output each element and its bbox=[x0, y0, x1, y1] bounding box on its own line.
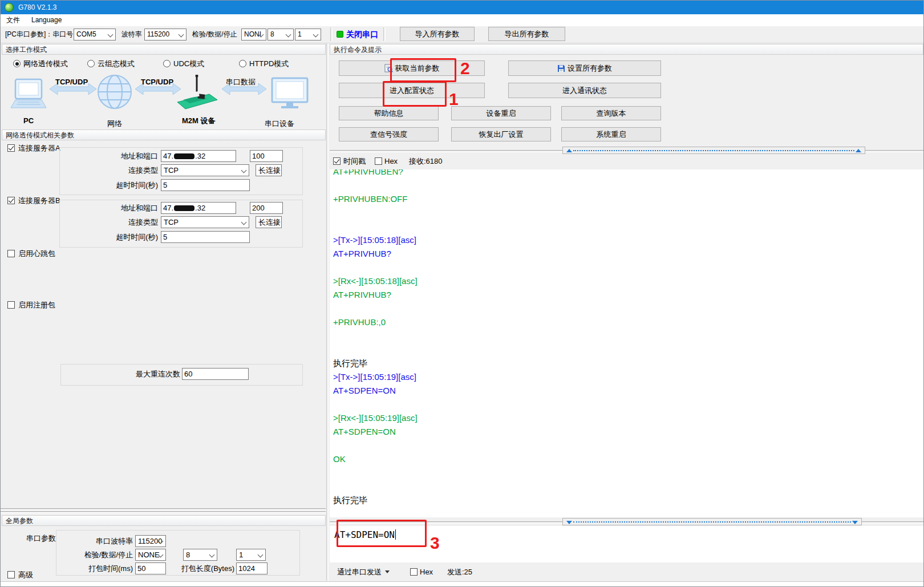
enter-comm-button[interactable]: 进入通讯状态 bbox=[508, 83, 661, 98]
log-line bbox=[333, 343, 924, 357]
server-a-keepalive-select[interactable]: 长连接 bbox=[256, 164, 282, 176]
log-line bbox=[333, 439, 924, 452]
log-line: 执行完毕 bbox=[333, 493, 924, 507]
heartbeat-checkbox[interactable] bbox=[7, 250, 15, 257]
redaction-mark bbox=[174, 205, 194, 211]
server-b-type-select[interactable]: TCP bbox=[161, 216, 249, 228]
log-line bbox=[333, 206, 924, 220]
parity-data-stop-label: 检验/数据/停止 bbox=[192, 29, 237, 41]
collapse-down-icon bbox=[852, 521, 858, 524]
floppy-save-icon bbox=[557, 64, 565, 72]
server-a-type-label: 连接类型 bbox=[101, 164, 158, 176]
server-a-checkbox[interactable] bbox=[7, 144, 15, 152]
system-restart-button[interactable]: 系统重启 bbox=[561, 127, 661, 141]
server-a-port-input[interactable]: 100 bbox=[250, 150, 283, 162]
pack-len-input[interactable]: 1024 bbox=[236, 562, 268, 574]
annotation-number-2: 2 bbox=[460, 60, 470, 77]
pack-time-input[interactable]: 50 bbox=[135, 562, 166, 574]
send-via-serial-button[interactable]: 通过串口发送 bbox=[337, 566, 390, 578]
log-splitter-handle[interactable] bbox=[562, 147, 865, 154]
reconnect-input[interactable]: 60 bbox=[182, 368, 249, 380]
log-line: AT+PRIVHUB? bbox=[333, 288, 924, 302]
com-port-select[interactable]: COM5 bbox=[74, 29, 116, 41]
radio-transparent-mode[interactable] bbox=[13, 60, 21, 67]
dropdown-arrow-icon bbox=[385, 570, 390, 573]
redaction-mark bbox=[174, 153, 194, 159]
log-line bbox=[333, 302, 924, 315]
radio-cloud-mode[interactable] bbox=[87, 60, 95, 67]
close-port-button[interactable]: 关闭串口 bbox=[346, 29, 378, 41]
heartbeat-label: 启用心跳包 bbox=[18, 248, 55, 260]
hex-display-label: Hex bbox=[384, 155, 398, 167]
export-params-button[interactable]: 导出所有参数 bbox=[488, 27, 565, 41]
timestamp-label: 时间戳 bbox=[343, 155, 366, 167]
send-splitter-handle[interactable] bbox=[562, 518, 862, 525]
serial-device-icon bbox=[272, 78, 307, 108]
global-databits-select[interactable]: 8 bbox=[183, 549, 217, 561]
help-info-button[interactable]: 帮助信息 bbox=[339, 106, 439, 120]
port-open-led-icon bbox=[337, 31, 343, 38]
node-serial-label: 串口设备 bbox=[265, 118, 294, 129]
hex-display-checkbox[interactable] bbox=[375, 157, 382, 165]
server-b-addr-label: 地址和端口 bbox=[101, 202, 158, 214]
radio-httpd-mode[interactable] bbox=[239, 60, 246, 67]
server-b-keepalive-select[interactable]: 长连接 bbox=[256, 216, 282, 228]
radio-udc-mode[interactable] bbox=[163, 60, 171, 67]
log-output[interactable]: AT+PRIVHUBEN?+PRIVHUBEN:OFF>[Tx->][15:05… bbox=[330, 169, 924, 517]
server-a-addr-label: 地址和端口 bbox=[101, 150, 158, 162]
link2-label: TCP/UDP bbox=[141, 76, 173, 88]
reconnect-label: 最大重连次数 bbox=[75, 368, 180, 380]
advanced-checkbox[interactable] bbox=[7, 571, 15, 578]
server-b-timeout-input[interactable]: 5 bbox=[161, 231, 250, 243]
log-line bbox=[333, 179, 924, 192]
factory-reset-button[interactable]: 恢复出厂设置 bbox=[451, 127, 551, 141]
stopbits-select[interactable]: 1 bbox=[295, 29, 321, 41]
log-line bbox=[333, 261, 924, 274]
baud-select[interactable]: 115200 bbox=[144, 29, 187, 41]
parity-select[interactable]: NONI bbox=[241, 29, 266, 41]
server-b-port-input[interactable]: 200 bbox=[250, 202, 283, 214]
advanced-label: 高级 bbox=[18, 569, 33, 581]
m2m-device-icon bbox=[177, 75, 217, 109]
log-line: +PRIVHUB:,0 bbox=[333, 315, 924, 329]
databits-select[interactable]: 8 bbox=[268, 29, 294, 41]
baud-label: 波特率 bbox=[121, 29, 142, 41]
server-a-address-input[interactable]: 47..32 bbox=[161, 150, 236, 162]
left-splitter[interactable] bbox=[1, 511, 326, 513]
menu-file[interactable]: 文件 bbox=[1, 14, 26, 26]
timestamp-checkbox[interactable] bbox=[333, 157, 341, 165]
signal-strength-button[interactable]: 查信号强度 bbox=[339, 127, 439, 141]
import-params-button[interactable]: 导入所有参数 bbox=[400, 27, 475, 41]
log-line: 执行完毕 bbox=[333, 357, 924, 370]
send-hex-checkbox[interactable] bbox=[410, 568, 418, 576]
log-line: +PRIVHUBEN:OFF bbox=[333, 192, 924, 206]
server-a-timeout-label: 超时时间(秒) bbox=[95, 179, 158, 191]
log-lines: AT+PRIVHUBEN?+PRIVHUBEN:OFF>[Tx->][15:05… bbox=[330, 169, 924, 507]
log-line bbox=[333, 466, 924, 480]
device-restart-button[interactable]: 设备重启 bbox=[451, 106, 551, 120]
server-a-type-select[interactable]: TCP bbox=[161, 164, 249, 176]
collapse-up-icon bbox=[856, 149, 861, 152]
node-m2m-label: M2M 设备 bbox=[182, 115, 216, 127]
global-parity-select[interactable]: NONE bbox=[135, 549, 166, 561]
server-b-checkbox[interactable] bbox=[7, 197, 15, 204]
log-line bbox=[333, 398, 924, 411]
left-splitter[interactable] bbox=[1, 508, 326, 511]
panel-divider[interactable] bbox=[326, 43, 329, 581]
server-b-address-input[interactable]: 47..32 bbox=[161, 202, 236, 214]
server-a-timeout-input[interactable]: 5 bbox=[161, 179, 250, 191]
global-baud-select[interactable]: 115200 bbox=[135, 535, 166, 547]
menu-language[interactable]: Language bbox=[26, 14, 67, 26]
query-version-button[interactable]: 查询版本 bbox=[561, 106, 661, 120]
set-params-button[interactable]: 设置所有参数 bbox=[508, 60, 661, 76]
link1-label: TCP/UDP bbox=[55, 76, 88, 88]
node-pc-label: PC bbox=[23, 115, 34, 127]
register-label: 启用注册包 bbox=[18, 299, 55, 311]
register-checkbox[interactable] bbox=[7, 301, 15, 309]
server-b-label: 连接服务器B bbox=[18, 195, 60, 207]
log-line: AT+SDPEN=ON bbox=[333, 425, 924, 439]
global-stopbits-select[interactable]: 1 bbox=[236, 549, 266, 561]
collapse-up-icon bbox=[566, 149, 572, 152]
pc-serial-port-label: [PC串口参数]：串口号 bbox=[5, 29, 73, 41]
server-b-type-label: 连接类型 bbox=[101, 216, 158, 228]
